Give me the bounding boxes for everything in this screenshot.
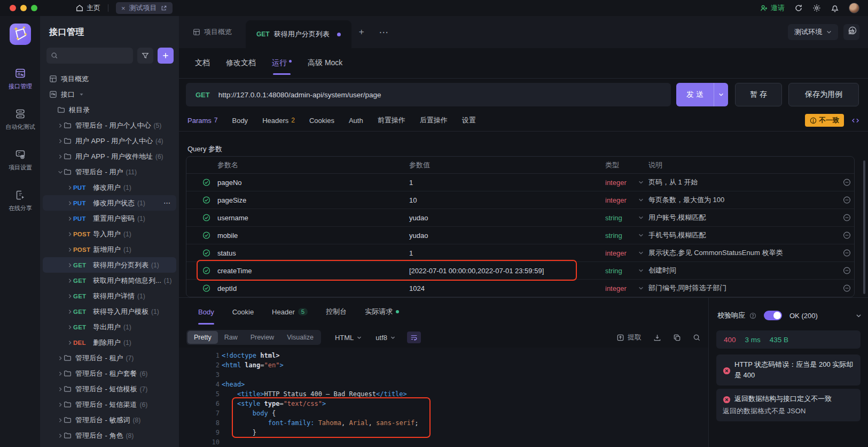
view-mode-Preview[interactable]: Preview	[244, 331, 280, 344]
settings-gear-icon[interactable]	[812, 4, 821, 12]
chevron-right-icon[interactable]	[57, 123, 64, 128]
request-scrollbar[interactable]	[863, 160, 865, 294]
stash-button[interactable]: 暂 存	[735, 83, 782, 106]
response-body-code[interactable]: 1<!doctype html>2<html lang="en">34<head…	[179, 348, 708, 447]
tree-folder-item[interactable]: 管理后台 - 短信渠道(6)	[43, 397, 176, 412]
validate-response-toggle[interactable]	[764, 311, 782, 320]
remove-param-icon[interactable]	[843, 267, 851, 275]
param-row[interactable]: usernameyudaostring用户账号,模糊匹配	[186, 209, 854, 227]
view-mode-Visualize[interactable]: Visualize	[280, 331, 320, 344]
param-row[interactable]: pageNo1integer页码，从 1 开始	[186, 174, 854, 191]
invite-button[interactable]: 邀请	[760, 3, 785, 13]
remove-param-icon[interactable]	[843, 179, 851, 187]
param-type[interactable]: integer	[605, 284, 627, 292]
request-url[interactable]: http://127.0.0.1:48080/admin-api/system/…	[218, 91, 381, 99]
format-select[interactable]: HTML	[335, 334, 362, 342]
subtab-高级 Mock[interactable]: 高级 Mock	[308, 48, 342, 78]
tree-api-item[interactable]: GET获得用户分页列表(1)	[43, 257, 176, 273]
word-wrap-toggle[interactable]	[407, 332, 421, 343]
send-button[interactable]: 发 送	[676, 83, 728, 106]
param-row[interactable]: pageSize10integer每页条数，最大值为 100	[186, 191, 854, 209]
tab-api-run-active[interactable]: GET 获得用户分页列表	[246, 20, 351, 48]
extract-button[interactable]: 提取	[616, 333, 642, 342]
param-row[interactable]: deptId1024integer部门编号,同时筛选子部门	[186, 280, 854, 297]
chevron-right-icon[interactable]	[57, 371, 64, 376]
project-tab[interactable]: × 测试项目	[116, 2, 173, 14]
notifications-bell-icon[interactable]	[831, 4, 839, 12]
generate-code-icon[interactable]	[851, 117, 859, 125]
tree-section-item[interactable]: 接口	[43, 87, 176, 102]
response-tab-Body[interactable]: Body	[198, 298, 214, 326]
tree-folder-item[interactable]: 管理后台 - 角色(8)	[43, 428, 176, 443]
history-clock-icon[interactable]	[848, 26, 857, 35]
remove-param-icon[interactable]	[843, 249, 851, 257]
param-type[interactable]: string	[605, 214, 622, 222]
chevron-right-icon[interactable]	[67, 247, 73, 252]
chevron-down-icon[interactable]	[57, 169, 64, 175]
enabled-check-icon[interactable]	[202, 284, 210, 292]
chevron-right-icon[interactable]	[57, 154, 64, 159]
subtab-文档[interactable]: 文档	[195, 48, 210, 78]
response-tab-Cookie[interactable]: Cookie	[232, 298, 254, 326]
tree-folder-item[interactable]: 用户 APP - 用户收件地址(6)	[43, 149, 176, 164]
param-value[interactable]: yudao	[409, 214, 428, 222]
enabled-check-icon[interactable]	[202, 267, 210, 275]
remove-param-icon[interactable]	[843, 232, 851, 240]
view-mode-Raw[interactable]: Raw	[218, 331, 244, 344]
tree-api-item[interactable]: POST导入用户(1)	[43, 226, 176, 242]
search-response-icon[interactable]	[693, 334, 701, 342]
chevron-right-icon[interactable]	[67, 340, 73, 345]
request-url-bar[interactable]: GET http://127.0.0.1:48080/admin-api/sys…	[186, 83, 671, 106]
maximize-window-button[interactable]	[31, 5, 37, 11]
chevron-right-icon[interactable]	[57, 418, 64, 423]
tree-api-item[interactable]: POST新增用户(1)	[43, 242, 176, 257]
param-value[interactable]: 1024	[409, 284, 425, 292]
subtab-运行[interactable]: 运行	[272, 48, 292, 78]
subtab-修改文档[interactable]: 修改文档	[226, 48, 256, 78]
chevron-right-icon[interactable]	[67, 294, 73, 299]
chevron-down-icon[interactable]	[856, 313, 862, 319]
response-tab-控制台[interactable]: 控制台	[326, 298, 347, 326]
request-tab-后置操作[interactable]: 后置操作	[420, 115, 448, 125]
rail-item-api-management[interactable]: 接口管理	[0, 67, 40, 91]
enabled-check-icon[interactable]	[202, 214, 210, 222]
request-tab-Cookies[interactable]: Cookies	[309, 117, 334, 125]
remove-param-icon[interactable]	[843, 196, 851, 204]
remove-param-icon[interactable]	[843, 284, 851, 292]
chevron-right-icon[interactable]	[67, 201, 73, 206]
tree-api-item[interactable]: PUT修改用户状态(1)⋯	[43, 195, 176, 211]
enabled-check-icon[interactable]	[202, 196, 210, 204]
chevron-right-icon[interactable]	[67, 309, 73, 314]
environment-selector[interactable]: 测试环境	[788, 24, 838, 40]
view-mode-Pretty[interactable]: Pretty	[187, 331, 218, 344]
tree-folder-item[interactable]: 管理后台 - 用户(11)	[43, 164, 176, 180]
response-tab-实际请求[interactable]: 实际请求	[365, 298, 399, 326]
tree-root-item[interactable]: 根目录	[43, 102, 176, 118]
rail-item-automated-testing[interactable]: 自动化测试	[0, 108, 40, 132]
tree-folder-item[interactable]: 管理后台 - 用户个人中心(5)	[43, 118, 176, 133]
param-value[interactable]: 10	[409, 196, 417, 204]
tab-project-overview[interactable]: 项目概览	[179, 27, 246, 37]
minimize-window-button[interactable]	[20, 5, 27, 11]
home-button[interactable]: 主页	[76, 3, 100, 13]
chevron-right-icon[interactable]	[67, 263, 73, 268]
param-type[interactable]: string	[605, 267, 622, 275]
search-input[interactable]	[46, 48, 133, 64]
tree-folder-item[interactable]: 管理后台 - 短信模板(7)	[43, 381, 176, 397]
param-value[interactable]: yudao	[409, 232, 428, 240]
tree-api-item[interactable]: GET获得用户详情(1)	[43, 288, 176, 304]
request-tab-Headers[interactable]: Headers2	[262, 117, 295, 125]
request-tab-Body[interactable]: Body	[232, 117, 248, 125]
response-tab-Header[interactable]: Header5	[272, 298, 308, 326]
filter-button[interactable]	[137, 48, 153, 64]
chevron-right-icon[interactable]	[57, 433, 64, 438]
param-value[interactable]: 1	[409, 179, 413, 187]
chevron-right-icon[interactable]	[67, 216, 73, 221]
user-avatar[interactable]	[849, 3, 859, 13]
send-options-chevron[interactable]	[714, 83, 728, 106]
external-link-icon[interactable]	[161, 5, 167, 11]
tree-overview-item[interactable]: 项目概览	[43, 71, 176, 87]
chevron-right-icon[interactable]	[67, 232, 73, 237]
enabled-check-icon[interactable]	[202, 232, 210, 240]
request-tab-前置操作[interactable]: 前置操作	[378, 115, 405, 125]
